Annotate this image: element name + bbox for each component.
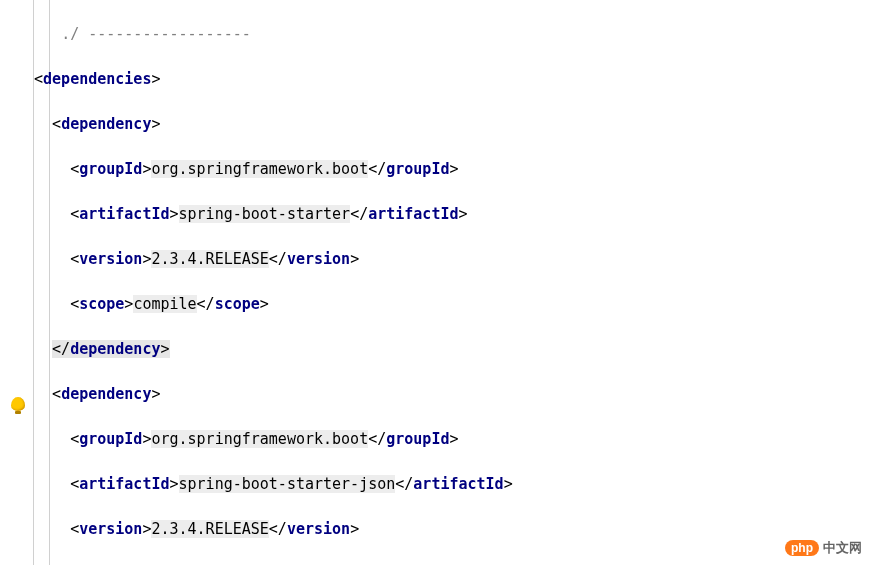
tag-groupid-close: groupId [386, 160, 449, 178]
value-artifactid: spring-boot-starter [179, 205, 351, 223]
value-scope: compile [133, 295, 196, 313]
code-line[interactable]: <dependency> [0, 113, 870, 136]
tag-version: version [79, 520, 142, 538]
code-line[interactable]: <version>2.3.4.RELEASE</version> [0, 248, 870, 271]
code-line[interactable]: <groupId>org.springframework.boot</group… [0, 158, 870, 181]
tag-dependency-open: dependency [61, 115, 151, 133]
code-line[interactable]: <artifactId>spring-boot-starter</artifac… [0, 203, 870, 226]
tag-scope: scope [79, 295, 124, 313]
value-groupid: org.springframework.boot [151, 160, 368, 178]
tag-scope-close: scope [215, 295, 260, 313]
tag-groupid-close: groupId [386, 430, 449, 448]
watermark: php 中文网 [785, 539, 862, 557]
value-version: 2.3.4.RELEASE [151, 520, 268, 538]
tag-groupid: groupId [79, 160, 142, 178]
tag-version-close: version [287, 250, 350, 268]
truncated-text: ./ ------------------ [61, 25, 251, 43]
tag-dependency-close: dependency [70, 340, 160, 358]
tag-artifactid-close: artifactId [413, 475, 503, 493]
code-line[interactable]: ./ ------------------ [0, 23, 870, 46]
tag-dependencies-open: dependencies [43, 70, 151, 88]
tag-artifactid-close: artifactId [368, 205, 458, 223]
tag-version-close: version [287, 520, 350, 538]
value-artifactid: spring-boot-starter-json [179, 475, 396, 493]
tag-artifactid: artifactId [79, 475, 169, 493]
lightbulb-icon[interactable] [11, 397, 25, 411]
tag-artifactid: artifactId [79, 205, 169, 223]
code-line[interactable]: </dependency> [0, 338, 870, 361]
tag-dependency-open: dependency [61, 385, 151, 403]
code-line[interactable]: <artifactId>spring-boot-starter-json</ar… [0, 473, 870, 496]
code-line[interactable]: <groupId>org.springframework.boot</group… [0, 428, 870, 451]
value-version: 2.3.4.RELEASE [151, 250, 268, 268]
code-editor[interactable]: ./ ------------------ <dependencies> <de… [0, 0, 870, 565]
tag-version: version [79, 250, 142, 268]
tag-groupid: groupId [79, 430, 142, 448]
code-line[interactable]: <dependency> [0, 383, 870, 406]
watermark-badge: php [785, 540, 819, 556]
code-line[interactable]: <dependencies> [0, 68, 870, 91]
code-line[interactable]: <scope>compile</scope> [0, 293, 870, 316]
watermark-text: 中文网 [823, 539, 862, 557]
value-groupid: org.springframework.boot [151, 430, 368, 448]
code-line[interactable]: <version>2.3.4.RELEASE</version> [0, 518, 870, 541]
